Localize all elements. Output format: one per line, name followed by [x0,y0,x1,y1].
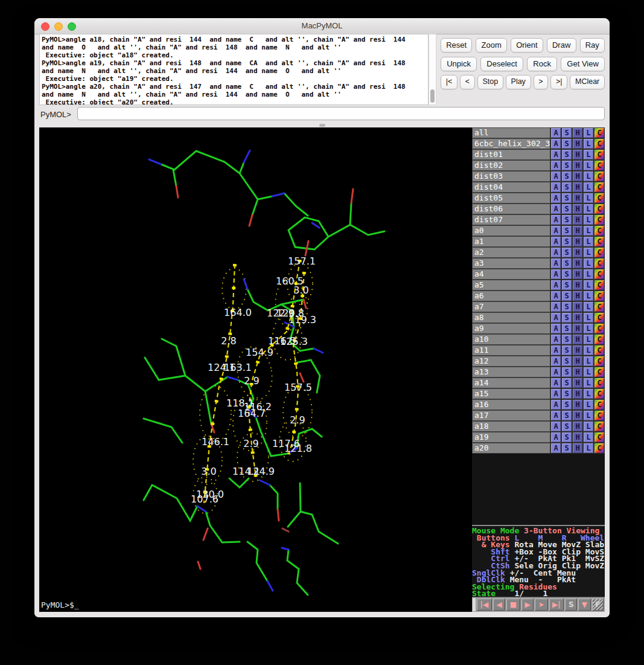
object-l-button[interactable]: L [583,204,594,214]
mouse-panel[interactable]: Mouse Mode 3-Button Viewing Buttons L M … [472,525,605,597]
object-a-button[interactable]: A [550,138,561,149]
object-s-button[interactable]: S [561,410,572,421]
object-c-button[interactable]: C [594,388,605,399]
divider-handle-icon[interactable] [319,124,325,127]
object-a-button[interactable]: A [550,388,561,399]
object-l-button[interactable]: L [583,377,594,388]
object-s-button[interactable]: S [561,432,572,443]
object-c-button[interactable]: C [594,377,605,388]
object-s-button[interactable]: S [561,269,572,280]
s-button[interactable]: S [565,599,577,611]
object-a-button[interactable]: A [550,269,561,280]
object-name[interactable]: 6cbc_helix_302_3 [472,138,550,149]
object-l-button[interactable]: L [583,291,594,301]
object-h-button[interactable]: H [572,377,583,388]
pane-divider[interactable] [34,123,610,127]
object-a-button[interactable]: A [550,182,561,193]
object-h-button[interactable]: H [572,160,583,171]
object-h-button[interactable]: H [572,399,583,410]
step-back-button[interactable]: ◀ [493,599,505,611]
object-c-button[interactable]: C [594,204,605,214]
object-h-button[interactable]: H [572,247,583,258]
object-s-button[interactable]: S [561,171,572,182]
object-l-button[interactable]: L [583,269,594,280]
object-h-button[interactable]: H [572,214,583,225]
object-a-button[interactable]: A [550,421,561,432]
object-l-button[interactable]: L [583,182,594,193]
object-l-button[interactable]: L [583,323,594,334]
object-name[interactable]: a13 [472,367,550,377]
object-c-button[interactable]: C [594,138,605,149]
object-c-button[interactable]: C [594,301,605,312]
deselect-button[interactable]: Deselect [480,57,523,71]
object-name[interactable]: a10 [472,334,550,345]
object-a-button[interactable]: A [550,291,561,301]
object-a-button[interactable]: A [550,247,561,258]
object-c-button[interactable]: C [594,182,605,193]
object-l-button[interactable]: L [583,312,594,323]
object-a-button[interactable]: A [550,258,561,269]
object-l-button[interactable]: L [583,280,594,291]
object-name[interactable]: all [472,127,550,138]
object-c-button[interactable]: C [594,410,605,421]
object-l-button[interactable]: L [583,258,594,269]
titlebar[interactable]: MacPyMOL [34,18,610,34]
object-l-button[interactable]: L [583,410,594,421]
object-l-button[interactable]: L [583,236,594,247]
>|-button[interactable]: >| [550,75,567,89]
object-name[interactable]: a20 [472,443,550,454]
object-s-button[interactable]: S [561,193,572,204]
zoom-button[interactable]: Zoom [476,38,507,53]
object-c-button[interactable]: C [594,345,605,356]
object-a-button[interactable]: A [550,345,561,356]
object-name[interactable]: a19 [472,432,550,443]
object-a-button[interactable]: A [550,323,561,334]
object-l-button[interactable]: L [583,214,594,225]
object-h-button[interactable]: H [572,127,583,138]
object-c-button[interactable]: C [594,432,605,443]
object-name[interactable]: a4 [472,269,550,280]
object-c-button[interactable]: C [594,214,605,225]
object-l-button[interactable]: L [583,443,594,454]
object-l-button[interactable]: L [583,171,594,182]
object-h-button[interactable]: H [572,182,583,193]
object-name[interactable]: a1 [472,236,550,247]
object-c-button[interactable]: C [594,193,605,204]
object-a-button[interactable]: A [550,312,561,323]
object-name[interactable]: a0 [472,225,550,236]
object-name[interactable]: a7 [472,301,550,312]
object-s-button[interactable]: S [561,236,572,247]
object-l-button[interactable]: L [583,247,594,258]
object-a-button[interactable]: A [550,443,561,454]
object-h-button[interactable]: H [572,334,583,345]
object-c-button[interactable]: C [594,280,605,291]
object-s-button[interactable]: S [561,160,572,171]
>-button[interactable]: > [534,75,549,89]
object-s-button[interactable]: S [561,258,572,269]
object-a-button[interactable]: A [550,432,561,443]
object-c-button[interactable]: C [594,258,605,269]
object-name[interactable]: a17 [472,410,550,421]
object-s-button[interactable]: S [561,280,572,291]
object-a-button[interactable]: A [550,334,561,345]
object-name[interactable]: a12 [472,356,550,367]
object-s-button[interactable]: S [561,345,572,356]
object-h-button[interactable]: H [572,367,583,377]
object-c-button[interactable]: C [594,443,605,454]
object-a-button[interactable]: A [550,410,561,421]
object-l-button[interactable]: L [583,356,594,367]
object-s-button[interactable]: S [561,323,572,334]
object-s-button[interactable]: S [561,377,572,388]
object-c-button[interactable]: C [594,421,605,432]
reset-button[interactable]: Reset [441,38,472,53]
object-s-button[interactable]: S [561,214,572,225]
object-name[interactable]: a14 [472,377,550,388]
menu-down-button[interactable]: ▼ [578,599,590,611]
object-h-button[interactable]: H [572,291,583,301]
object-s-button[interactable]: S [561,367,572,377]
object-h-button[interactable]: H [572,225,583,236]
object-h-button[interactable]: H [572,443,583,454]
object-name[interactable]: a11 [472,345,550,356]
object-c-button[interactable]: C [594,247,605,258]
object-c-button[interactable]: C [594,367,605,377]
